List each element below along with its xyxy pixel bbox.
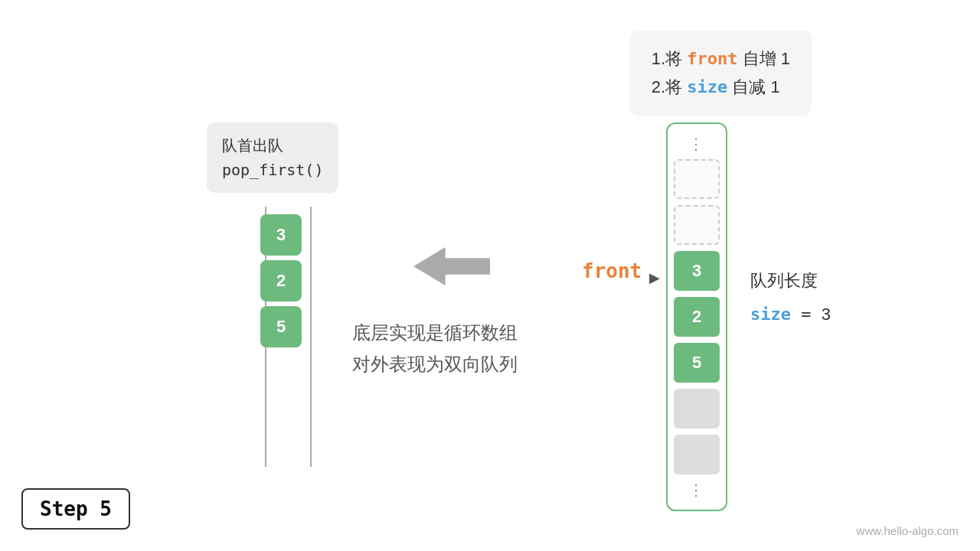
array-cell-5: 5 [674, 343, 720, 383]
front-keyword: front [687, 49, 737, 68]
size-label: size [750, 305, 791, 324]
size-value: 3 [822, 305, 831, 324]
label-box: 队首出队 pop_first() [207, 122, 338, 193]
left-cell-5: 5 [260, 306, 302, 347]
front-arrow-icon: ▶ [649, 269, 660, 286]
size-keyword: size [687, 77, 727, 96]
array-cell-empty-2 [674, 205, 720, 245]
step-badge: Step 5 [21, 488, 130, 530]
queue-size-line: size = 3 [750, 298, 831, 331]
info-line2-prefix: 2.将 [652, 77, 687, 96]
label-line2: pop_first() [222, 158, 323, 182]
website-label: www.hello-algo.com [857, 524, 959, 537]
info-line2-suffix: 自减 1 [727, 77, 779, 96]
info-line2: 2.将 size 自减 1 [652, 73, 790, 101]
array-cell-3: 3 [674, 251, 720, 291]
arrow-left-icon [413, 243, 490, 289]
center-text: 底层实现是循环数组 对外表现为双向队列 [352, 318, 518, 380]
info-line1-suffix: 自增 1 [738, 49, 790, 68]
left-cell-3: 3 [260, 214, 302, 256]
info-line1-prefix: 1.将 [652, 49, 687, 68]
left-list: 3 2 5 [260, 214, 302, 347]
center-line2: 对外表现为双向队列 [352, 349, 518, 380]
array-cell-gray-2 [674, 435, 720, 474]
equals-sign: = [791, 305, 822, 324]
array-cell-empty-1 [674, 159, 720, 199]
label-line1: 队首出队 [222, 133, 323, 158]
top-dots-icon: ⋮ [688, 135, 705, 153]
center-line1: 底层实现是循环数组 [352, 318, 518, 349]
queue-info: 队列长度 size = 3 [750, 264, 831, 331]
left-line-right [310, 207, 312, 467]
svg-marker-0 [413, 247, 490, 285]
front-label: front [582, 259, 642, 282]
array-cell-2: 2 [674, 297, 720, 337]
left-cell-2: 2 [260, 260, 302, 302]
info-box: 1.将 front 自增 1 2.将 size 自减 1 [630, 31, 812, 116]
array-cell-gray-1 [674, 389, 720, 429]
queue-length-label: 队列长度 [750, 264, 831, 298]
bottom-dots-icon: ⋮ [688, 481, 705, 499]
info-line1: 1.将 front 自增 1 [652, 44, 790, 73]
right-array: ⋮ 3 2 5 ⋮ [666, 122, 727, 511]
